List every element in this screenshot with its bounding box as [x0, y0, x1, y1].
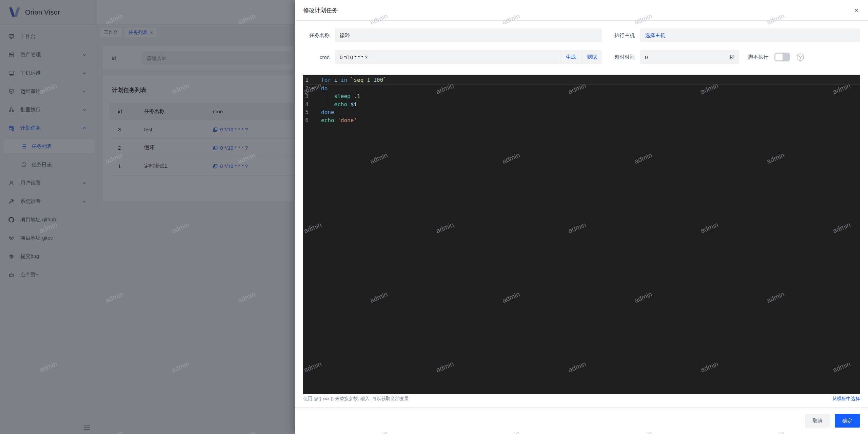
- task-name-label: 任务名称: [303, 32, 330, 39]
- cron-input-group: 生成 测试: [335, 50, 602, 64]
- line-number: 4: [303, 100, 309, 109]
- line-number: 1: [303, 76, 309, 84]
- select-from-template-link[interactable]: 从模板中选择: [832, 396, 860, 402]
- form-row-1: 任务名称 执行主机 选择主机: [303, 29, 860, 42]
- code-line: 1for i in `seq 1 100`: [303, 76, 860, 84]
- host-select-field[interactable]: 选择主机: [640, 29, 860, 42]
- code-line: 4 echo $i: [303, 100, 860, 109]
- edit-task-modal: 修改计划任务 × 任务名称 执行主机 选择主机 cron 生成 测试 超时时间 …: [295, 0, 868, 434]
- script-code-editor[interactable]: 1for i in `seq 1 100`2do3 sleep .14 echo…: [303, 75, 860, 394]
- generate-cron-button[interactable]: 生成: [560, 50, 581, 64]
- editor-hint-row: 使用 @{{ xxx }} 来替换参数, 输入_可以获取全部变量 从模板中选择: [303, 396, 860, 405]
- help-icon[interactable]: ?: [797, 54, 804, 61]
- code-line: 2do: [303, 84, 860, 93]
- code-line: 5done: [303, 108, 860, 116]
- test-cron-button[interactable]: 测试: [581, 50, 602, 64]
- fold-gutter: [309, 108, 317, 116]
- cancel-button[interactable]: 取消: [805, 414, 830, 428]
- code-line: 3 sleep .1: [303, 92, 860, 100]
- modal-header: 修改计划任务 ×: [295, 0, 868, 21]
- form-row-2: cron 生成 测试 超时时间 秒 脚本执行 ?: [303, 50, 860, 64]
- fold-gutter: [309, 116, 317, 125]
- parameter-hint: 使用 @{{ xxx }} 来替换参数, 输入_可以获取全部变量: [303, 396, 409, 402]
- fold-gutter: [309, 100, 317, 109]
- app-root: Orion Visor 工作台 资产管理 主机运维: [0, 0, 868, 434]
- line-number: 6: [303, 116, 309, 125]
- code-lines: 1for i in `seq 1 100`2do3 sleep .14 echo…: [303, 76, 860, 124]
- confirm-button[interactable]: 确定: [835, 414, 860, 428]
- modal-title: 修改计划任务: [303, 0, 338, 21]
- script-exec-toggle[interactable]: [774, 53, 790, 61]
- select-host-link[interactable]: 选择主机: [645, 32, 665, 39]
- modal-footer: 取消 确定: [295, 407, 868, 434]
- timeout-field: 秒: [640, 50, 739, 64]
- cron-input[interactable]: [335, 50, 560, 64]
- fold-gutter: [309, 92, 317, 100]
- timeout-label: 超时时间: [608, 54, 635, 60]
- exec-host-label: 执行主机: [608, 32, 635, 39]
- line-number: 2: [303, 84, 309, 93]
- timeout-unit: 秒: [729, 54, 739, 60]
- code-line: 6echo 'done': [303, 116, 860, 125]
- timeout-input[interactable]: [640, 54, 729, 60]
- toggle-knob: [775, 54, 783, 60]
- line-number: 3: [303, 92, 309, 100]
- close-icon[interactable]: ×: [852, 6, 861, 14]
- fold-gutter: [309, 76, 317, 84]
- cron-label: cron: [303, 54, 330, 60]
- task-name-input[interactable]: [335, 29, 602, 42]
- fold-chevron-icon[interactable]: [309, 84, 317, 93]
- script-exec-label: 脚本执行: [748, 54, 768, 60]
- line-number: 5: [303, 108, 309, 116]
